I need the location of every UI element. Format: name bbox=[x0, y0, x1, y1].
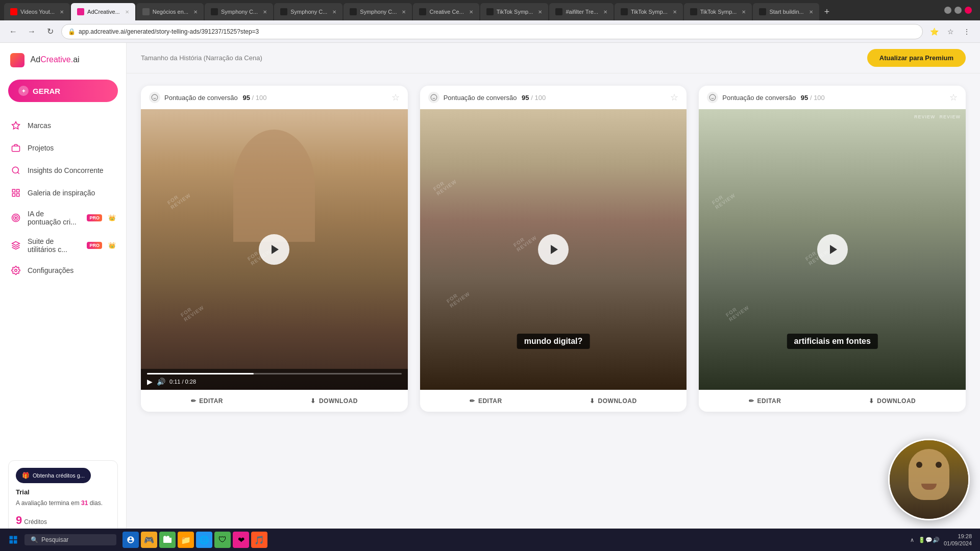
taskbar-pinned-icons: 🎮 📁 🌐 🛡 ❤ 🎵 bbox=[122, 532, 267, 548]
start-button[interactable] bbox=[4, 531, 22, 549]
tab-close-btn[interactable]: ✕ bbox=[263, 9, 267, 15]
taskbar-icon-7[interactable]: 🎵 bbox=[251, 532, 267, 548]
tab-close-btn[interactable]: ✕ bbox=[809, 9, 813, 15]
tab-close-btn[interactable]: ✕ bbox=[193, 9, 198, 15]
taskbar-icon-4[interactable]: 📁 bbox=[178, 532, 194, 548]
webcam-overlay bbox=[888, 439, 970, 520]
sidebar-item-config[interactable]: Configurações bbox=[0, 259, 126, 282]
sidebar-item-ia[interactable]: IA de pontuação cri... PRO 👑 bbox=[0, 204, 126, 232]
video-controls-1: ▶ 🔊 0:11 / 0:28 bbox=[141, 369, 408, 390]
sidebar-item-suite[interactable]: Suite de utilitários c... PRO 👑 bbox=[0, 232, 126, 259]
download-button-2[interactable]: ⬇ DOWNLOAD bbox=[590, 397, 637, 405]
get-credits-button[interactable]: 🎁 Obtenha créditos g... bbox=[16, 468, 91, 483]
tab-symphony3[interactable]: Symphony C... ✕ bbox=[344, 3, 412, 20]
tab-label: Negócios en... bbox=[153, 9, 188, 15]
taskbar-icon-6[interactable]: ❤ bbox=[233, 532, 249, 548]
card-actions-1: ✏ EDITAR ⬇ DOWNLOAD bbox=[141, 390, 408, 412]
star-button-1[interactable]: ☆ bbox=[391, 92, 400, 103]
svg-point-10 bbox=[15, 269, 17, 272]
bookmark-icon[interactable]: ☆ bbox=[943, 24, 958, 39]
taskbar-icon-5[interactable]: 🛡 bbox=[214, 532, 231, 548]
volume-btn-1[interactable]: 🔊 bbox=[157, 378, 165, 386]
window-maximize[interactable] bbox=[954, 7, 962, 14]
tab-symphony2[interactable]: Symphony C... ✕ bbox=[274, 3, 342, 20]
tab-close-btn[interactable]: ✕ bbox=[402, 9, 406, 15]
tab-close-btn[interactable]: ✕ bbox=[742, 9, 746, 15]
download-button-3[interactable]: ⬇ DOWNLOAD bbox=[869, 397, 916, 405]
tab-negocios[interactable]: Negócios en... ✕ bbox=[136, 3, 204, 20]
tab-label: Videos Yout... bbox=[20, 9, 55, 15]
tab-adcreative[interactable]: AdCreative... ✕ bbox=[71, 3, 135, 20]
new-tab-btn[interactable]: + bbox=[820, 3, 834, 20]
taskbar-icon-browser[interactable]: 🌐 bbox=[196, 532, 212, 548]
tab-creative[interactable]: Creative Ce... ✕ bbox=[413, 3, 479, 20]
tab-symphony1[interactable]: Symphony C... ✕ bbox=[205, 3, 273, 20]
tab-label: Symphony C... bbox=[360, 9, 397, 15]
tab-close-btn[interactable]: ✕ bbox=[603, 9, 607, 15]
star-button-2[interactable]: ☆ bbox=[670, 92, 678, 103]
card-actions-3: ✏ EDITAR ⬇ DOWNLOAD bbox=[699, 390, 966, 412]
gift-icon: 🎁 bbox=[22, 472, 30, 479]
play-button-1[interactable] bbox=[259, 234, 289, 265]
sidebar-item-marcas[interactable]: Marcas bbox=[0, 114, 126, 137]
tab-close-btn[interactable]: ✕ bbox=[673, 9, 677, 15]
svg-point-15 bbox=[431, 94, 437, 101]
edit-button-2[interactable]: ✏ EDITAR bbox=[470, 397, 502, 405]
svg-marker-22 bbox=[830, 245, 837, 254]
webcam-face bbox=[890, 440, 968, 519]
back-button[interactable]: ← bbox=[6, 24, 20, 39]
sidebar-item-galeria[interactable]: Galeria de inspiração bbox=[0, 182, 126, 204]
tab-label: Symphony C... bbox=[290, 9, 327, 15]
tab-tiktok1[interactable]: TikTok Symp... ✕ bbox=[480, 3, 549, 20]
play-button-2[interactable] bbox=[538, 234, 569, 265]
taskbar-icon-1[interactable] bbox=[122, 532, 139, 548]
svg-point-2 bbox=[12, 167, 18, 173]
trial-text: A avaliação termina em 31 dias. bbox=[16, 499, 110, 508]
tab-aifilter[interactable]: #aifilter Tre... ✕ bbox=[549, 3, 614, 20]
tab-favicon bbox=[690, 8, 697, 15]
crown-icon-suite: 👑 bbox=[108, 242, 116, 249]
tab-close-btn[interactable]: ✕ bbox=[60, 9, 64, 15]
star-button-3[interactable]: ☆ bbox=[949, 92, 958, 103]
address-input[interactable]: 🔒 app.adcreative.ai/generated/story-tell… bbox=[61, 24, 923, 39]
tab-close-btn[interactable]: ✕ bbox=[538, 9, 542, 15]
svg-rect-4 bbox=[17, 189, 19, 192]
play-pause-btn-1[interactable]: ▶ bbox=[147, 378, 153, 386]
score-text-3: Pontuação de conversão 95 / 100 bbox=[722, 94, 825, 102]
upgrade-button[interactable]: Atualizar para Premium bbox=[867, 49, 966, 67]
taskbar-icon-2[interactable]: 🎮 bbox=[141, 532, 157, 548]
extensions-icon[interactable]: ⭐ bbox=[927, 24, 941, 39]
download-button-1[interactable]: ⬇ DOWNLOAD bbox=[310, 397, 358, 405]
generate-icon: ✦ bbox=[18, 86, 29, 96]
generate-button[interactable]: ✦ GERAR bbox=[8, 80, 118, 102]
forward-button[interactable]: → bbox=[24, 24, 39, 39]
svg-rect-26 bbox=[14, 540, 17, 544]
window-minimize[interactable] bbox=[944, 7, 951, 14]
play-button-3[interactable] bbox=[817, 234, 848, 265]
tray-icon-up[interactable]: ∧ bbox=[910, 537, 914, 543]
sidebar-item-insights[interactable]: Insights do Concorrente bbox=[0, 159, 126, 182]
video-thumb-2: FORREVIEW FORREVIEW FORREVIEW mundo digi… bbox=[420, 109, 687, 390]
tab-tiktok3[interactable]: TikTok Symp... ✕ bbox=[684, 3, 752, 20]
taskbar-search[interactable]: 🔍 Pesquisar bbox=[24, 534, 116, 545]
time-display-1: 0:11 / 0:28 bbox=[169, 379, 196, 385]
tab-start[interactable]: Start buildin... ✕ bbox=[753, 3, 819, 20]
svg-rect-23 bbox=[10, 536, 13, 540]
window-close[interactable] bbox=[965, 7, 972, 14]
tab-tiktok2[interactable]: TikTok Symp... ✕ bbox=[615, 3, 683, 20]
tab-close-btn[interactable]: ✕ bbox=[469, 9, 473, 15]
tab-close-btn[interactable]: ✕ bbox=[332, 9, 336, 15]
tab-close-btn[interactable]: ✕ bbox=[125, 9, 129, 15]
gear-icon bbox=[10, 265, 21, 276]
tab-label: TikTok Symp... bbox=[700, 9, 737, 15]
tab-youtube[interactable]: Videos Yout... ✕ bbox=[4, 3, 70, 20]
tray-time: 19:28 01/09/2024 bbox=[944, 533, 972, 547]
edit-button-3[interactable]: ✏ EDITAR bbox=[749, 397, 781, 405]
taskbar-icon-3[interactable] bbox=[159, 532, 176, 548]
edit-button-1[interactable]: ✏ EDITAR bbox=[191, 397, 223, 405]
settings-icon[interactable]: ⋮ bbox=[960, 24, 974, 39]
sidebar-item-projetos[interactable]: Projetos bbox=[0, 137, 126, 159]
reload-button[interactable]: ↻ bbox=[43, 24, 57, 39]
progress-bar-1[interactable] bbox=[147, 373, 402, 374]
app-layout: AdCreative.ai ✦ GERAR Marcas Projetos In… bbox=[0, 43, 980, 551]
